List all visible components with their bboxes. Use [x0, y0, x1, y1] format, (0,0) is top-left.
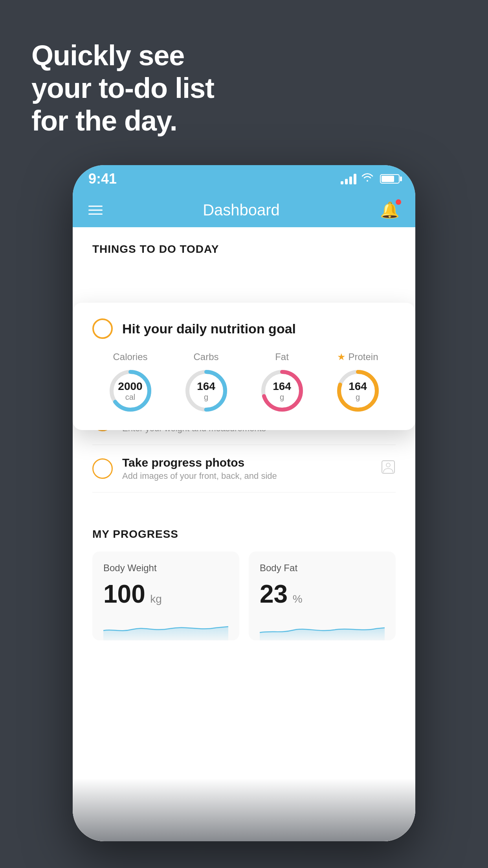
- fat-unit: g: [273, 392, 291, 401]
- notification-bell-icon[interactable]: 🔔: [380, 201, 400, 219]
- hero-line2: your to-do list: [31, 72, 214, 105]
- body-fat-title: Body Fat: [260, 563, 385, 574]
- body-fat-unit: %: [293, 593, 303, 605]
- protein-value: 164: [349, 381, 367, 393]
- progress-cards: Body Weight 100 kg: [92, 552, 396, 640]
- calories-unit: cal: [118, 392, 142, 401]
- notification-dot: [396, 199, 401, 205]
- carbs-unit: g: [197, 392, 215, 401]
- progress-card-weight[interactable]: Body Weight 100 kg: [92, 552, 239, 640]
- body-weight-unit: kg: [150, 593, 162, 605]
- body-fat-chart: [260, 613, 385, 640]
- progress-section-title: MY PROGRESS: [92, 528, 396, 541]
- nav-bar: Dashboard 🔔: [73, 193, 415, 227]
- phone-content: THINGS TO DO TODAY Hit your daily nutrit…: [73, 227, 415, 841]
- body-fat-value: 23: [260, 580, 288, 608]
- protein-unit: g: [349, 392, 367, 401]
- carbs-donut: 164 g: [183, 367, 230, 414]
- task-circle-photos: [92, 458, 113, 479]
- phone-mockup: 9:41 Da: [73, 165, 415, 841]
- metric-carbs: Carbs 164 g: [183, 351, 230, 414]
- battery-icon: [380, 174, 400, 184]
- carbs-label: Carbs: [193, 351, 218, 362]
- body-weight-title: Body Weight: [103, 563, 228, 574]
- body-fat-value-row: 23 %: [260, 581, 385, 607]
- task-title-photos: Take progress photos: [122, 456, 374, 469]
- task-subtitle-photos: Add images of your front, back, and side: [122, 471, 374, 481]
- progress-section: MY PROGRESS Body Weight 100 kg: [73, 508, 415, 640]
- task-item-photos[interactable]: Take progress photos Add images of your …: [92, 445, 396, 493]
- person-photo-icon: [381, 460, 396, 478]
- hero-text: Quickly see your to-do list for the day.: [31, 39, 214, 137]
- hero-line1: Quickly see: [31, 39, 214, 72]
- svg-point-10: [386, 463, 390, 467]
- wifi-icon: [361, 173, 374, 185]
- fat-label: Fat: [275, 351, 289, 362]
- nutrition-card: Hit your daily nutrition goal Calories: [73, 303, 415, 430]
- things-to-do-header: THINGS TO DO TODAY: [73, 227, 415, 263]
- status-icons: [341, 173, 400, 185]
- calories-donut: 2000 cal: [107, 367, 154, 414]
- status-time: 9:41: [88, 171, 117, 187]
- nutrition-card-header: Hit your daily nutrition goal: [92, 318, 396, 339]
- body-weight-chart: [103, 613, 228, 640]
- nutrition-circle-check[interactable]: [92, 318, 113, 339]
- metric-protein: ★ Protein 164 g: [334, 351, 382, 414]
- phone-bottom-shadow: [73, 778, 415, 841]
- metric-fat: Fat 164 g: [259, 351, 306, 414]
- hamburger-menu[interactable]: [88, 206, 103, 215]
- hero-line3: for the day.: [31, 105, 214, 137]
- calories-label: Calories: [113, 351, 147, 362]
- protein-donut: 164 g: [334, 367, 382, 414]
- calories-value: 2000: [118, 381, 142, 393]
- signal-bars-icon: [341, 173, 356, 184]
- nutrition-card-title: Hit your daily nutrition goal: [122, 321, 296, 337]
- body-weight-value: 100: [103, 580, 145, 608]
- carbs-value: 164: [197, 381, 215, 393]
- status-bar: 9:41: [73, 165, 415, 193]
- nutrition-metrics: Calories 2000 cal: [92, 351, 396, 414]
- progress-card-fat[interactable]: Body Fat 23 %: [249, 552, 396, 640]
- protein-label: ★ Protein: [337, 351, 378, 362]
- fat-value: 164: [273, 381, 291, 393]
- protein-star-icon: ★: [337, 351, 346, 362]
- metric-calories: Calories 2000 cal: [107, 351, 154, 414]
- nav-title: Dashboard: [203, 201, 280, 219]
- task-text-photos: Take progress photos Add images of your …: [122, 456, 374, 481]
- body-weight-value-row: 100 kg: [103, 581, 228, 607]
- fat-donut: 164 g: [259, 367, 306, 414]
